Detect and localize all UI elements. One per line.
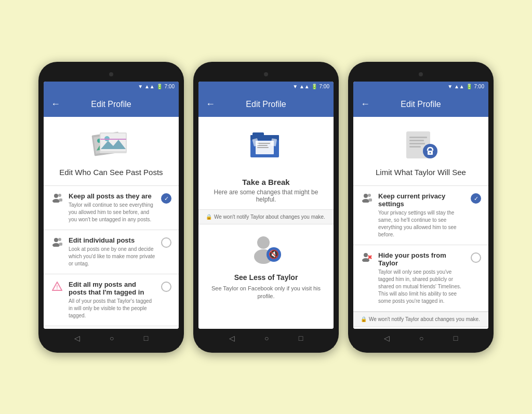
illustration-area-3	[353, 117, 488, 167]
lock-icon-2: 🔒	[206, 214, 212, 220]
signal-icons-3: ▼ ▲▲ 🔋	[447, 84, 472, 89]
back-button-2[interactable]: ←	[206, 99, 215, 110]
svg-point-42	[368, 194, 371, 197]
phone-1: ▼ ▲▲ 🔋 7:00 ← Edit Profile	[38, 62, 184, 353]
header-title-3: Edit Profile	[401, 100, 441, 109]
app-header-2: ← Edit Profile	[198, 92, 334, 117]
option-row-3-2[interactable]: Hide your posts from Taylor Taylor will …	[353, 245, 488, 312]
option-text-3-2: Hide your posts from Taylor Taylor will …	[378, 251, 466, 305]
option-title-1-2: Edit individual posts	[69, 236, 156, 244]
time-2: 7:00	[320, 84, 329, 89]
svg-point-40	[364, 194, 368, 198]
people-remove-icon-3	[361, 252, 373, 262]
time-1: 7:00	[165, 84, 175, 89]
see-less-desc: See Taylor on Facebook only if you visit…	[209, 285, 323, 301]
privacy-note-2: 🔒 We won't notify Taylor about changes y…	[198, 209, 334, 224]
svg-point-28	[257, 236, 270, 249]
svg-point-13	[54, 238, 58, 242]
option-title-1-3: Edit all my posts and posts that I'm tag…	[69, 281, 156, 296]
svg-rect-33	[409, 137, 427, 138]
radio-3-2[interactable]	[471, 252, 481, 263]
svg-point-10	[52, 199, 60, 203]
svg-point-14	[52, 243, 60, 247]
nav-recent-2[interactable]: □	[299, 334, 303, 342]
option-desc-1-3: All of your posts that Taylor's tagged i…	[69, 298, 156, 319]
nav-back-1[interactable]: ◁	[74, 334, 80, 342]
back-button-3[interactable]: ←	[361, 99, 370, 110]
see-less-section: 🔇 See Less of Taylor See Taylor on Faceb…	[198, 224, 334, 311]
svg-point-11	[58, 194, 61, 197]
radio-1-2[interactable]	[161, 237, 171, 248]
app-header-1: ← Edit Profile	[44, 92, 179, 117]
svg-rect-36	[409, 146, 421, 148]
svg-rect-25	[257, 147, 269, 148]
back-button-1[interactable]: ←	[51, 99, 60, 110]
phone-screen-3: ▼ ▲▲ 🔋 7:00 ← Edit Profile	[353, 82, 488, 329]
nav-home-1[interactable]: ○	[110, 334, 114, 342]
svg-point-41	[362, 199, 369, 203]
option-title-3-2: Hide your posts from Taylor	[378, 251, 466, 267]
header-title-1: Edit Profile	[91, 100, 131, 109]
signal-icons-2: ▼ ▲▲ 🔋	[292, 84, 317, 89]
archive-illustration	[245, 127, 287, 161]
option-row-3-1[interactable]: Keep current privacy settings Your priva…	[353, 186, 488, 245]
illustration-area-2	[198, 117, 334, 167]
screen-title-3: Limit What Taylor Will See	[353, 167, 488, 186]
phone-bottom-bar-2: ◁ ○ □	[198, 329, 334, 348]
nav-home-2[interactable]: ○	[264, 334, 269, 342]
svg-rect-35	[409, 143, 425, 144]
see-less-illustration: 🔇	[248, 235, 284, 268]
people-icon-3-1	[361, 193, 373, 203]
phone-bottom-bar-1: ◁ ○ □	[44, 329, 179, 348]
svg-point-15	[58, 238, 61, 241]
take-break-title: Take a Break	[209, 178, 323, 186]
app-header-3: ← Edit Profile	[353, 92, 488, 117]
screen-content-3: Limit What Taylor Will See Keep current …	[353, 117, 488, 329]
take-break-section: Take a Break Here are some changes that …	[198, 167, 334, 209]
radio-1-1[interactable]	[161, 193, 171, 204]
svg-point-9	[54, 194, 58, 198]
privacy-note-3: 🔒 We won't notify Taylor about changes y…	[353, 312, 488, 327]
option-desc-3-2: Taylor will only see posts you've tagged…	[378, 269, 466, 305]
screen-title-1: Edit Who Can See Past Posts	[44, 167, 179, 186]
signal-icons-1: ▼ ▲▲ 🔋	[138, 84, 162, 89]
option-text-1-2: Edit individual posts Look at posts one …	[69, 236, 156, 268]
radio-1-3[interactable]	[161, 282, 171, 292]
lock-icon-3: 🔒	[361, 316, 367, 322]
option-title-3-1: Keep current privacy settings	[378, 192, 466, 208]
see-less-icon: 🔇	[248, 235, 284, 266]
radio-3-1[interactable]	[471, 193, 481, 204]
svg-point-44	[364, 253, 368, 257]
people-icon-1	[51, 193, 63, 203]
warning-icon-1: !	[51, 282, 63, 291]
option-row-1-1[interactable]: Keep all posts as they are Taylor will c…	[44, 186, 179, 230]
nav-back-3[interactable]: ◁	[384, 334, 390, 342]
svg-rect-23	[257, 143, 270, 144]
option-desc-1-1: Taylor will continue to see everything y…	[69, 202, 156, 223]
phone-2: ▼ ▲▲ 🔋 7:00 ← Edit Profile	[193, 62, 339, 353]
illustration-area-1	[44, 117, 179, 167]
camera-3	[419, 72, 423, 76]
phone-bottom-bar-3: ◁ ○ □	[353, 329, 488, 348]
nav-back-2[interactable]: ◁	[229, 334, 235, 342]
phone-top-bar-2	[198, 67, 334, 82]
nav-recent-1[interactable]: □	[144, 334, 148, 342]
take-break-subtitle: Here are some changes that might be help…	[209, 189, 323, 203]
option-row-1-2[interactable]: Edit individual posts Look at posts one …	[44, 230, 179, 274]
option-text-1-3: Edit all my posts and posts that I'm tag…	[69, 281, 156, 319]
svg-point-39	[430, 152, 431, 153]
status-bar-3: ▼ ▲▲ 🔋 7:00	[353, 82, 488, 92]
nav-home-3[interactable]: ○	[419, 334, 423, 342]
svg-rect-21	[252, 132, 264, 137]
phone-screen-1: ▼ ▲▲ 🔋 7:00 ← Edit Profile	[44, 82, 179, 329]
people-icon-2	[51, 237, 63, 247]
option-row-1-3[interactable]: ! Edit all my posts and posts that I'm t…	[44, 274, 179, 326]
svg-point-45	[362, 258, 369, 262]
camera-2	[264, 72, 268, 76]
status-bar-2: ▼ ▲▲ 🔋 7:00	[198, 82, 334, 92]
see-less-title: See Less of Taylor	[234, 273, 298, 282]
svg-rect-7	[100, 139, 126, 140]
limit-illustration	[400, 127, 442, 161]
option-text-1-1: Keep all posts as they are Taylor will c…	[69, 192, 156, 223]
nav-recent-3[interactable]: □	[454, 334, 458, 342]
